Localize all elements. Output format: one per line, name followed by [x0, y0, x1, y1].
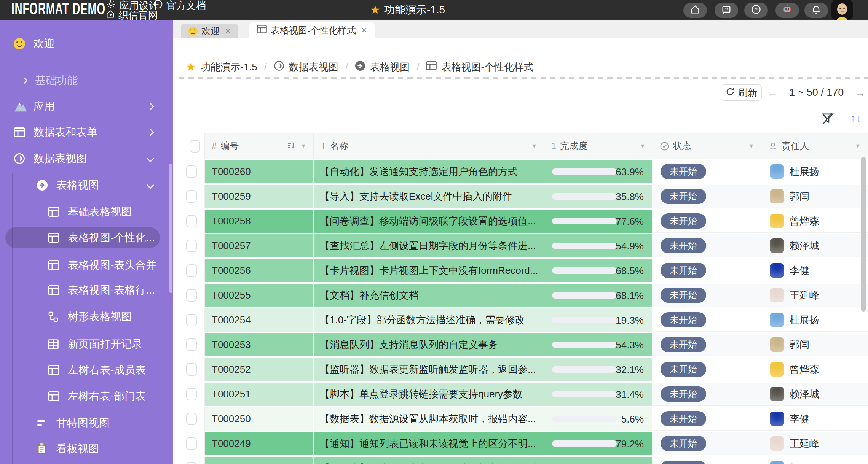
breadcrumb-separator: /: [416, 61, 419, 73]
robot-icon: [782, 4, 793, 17]
column-dropdown-icon[interactable]: ▼: [300, 143, 306, 149]
row-checkbox[interactable]: [186, 462, 197, 464]
sidebar-item-8[interactable]: 表格视图-表头合并: [0, 254, 170, 276]
tab-welcome[interactable]: 欢迎 ×: [181, 24, 238, 38]
row-checkbox[interactable]: [186, 314, 197, 326]
avatar: [770, 387, 784, 401]
topbar-link-docs[interactable]: 官方文档: [153, 0, 206, 11]
sidebar-item-7[interactable]: 表格视图-个性化...: [5, 227, 160, 248]
notifications-button[interactable]: [804, 3, 828, 18]
refresh-label: 刷新: [738, 86, 757, 99]
chevron-right-icon[interactable]: [147, 103, 154, 110]
row-checkbox[interactable]: [186, 289, 197, 302]
sidebar-item-label: 左树右表-部门表: [68, 389, 146, 404]
sidebar-item-3[interactable]: 数据表和表单: [0, 122, 170, 143]
table-row-T000252[interactable]: T000252【监听器】数据表更新监听触发监听器，返回参...32.1%未开始曾…: [178, 358, 868, 381]
table-row-T000255[interactable]: T000255【文档】补充信创文档68.1%未开始王延峰: [178, 284, 868, 307]
chevron-right-icon: [21, 78, 28, 84]
row-checkbox[interactable]: [186, 388, 197, 400]
dashed-divider: [179, 77, 868, 79]
sidebar-item-2[interactable]: 应用: [0, 96, 170, 117]
feedback-button[interactable]: ?: [715, 3, 738, 18]
table-row-T000251[interactable]: T000251【脚本】单点登录跳转链接需要支持query参数31.4%未开始赖泽…: [178, 383, 868, 406]
column-header-4[interactable]: 责任人▼: [761, 133, 868, 159]
row-checkbox-cell: [178, 210, 205, 233]
sort-desc-icon[interactable]: [287, 141, 296, 153]
sidebar-item-0[interactable]: 欢迎: [0, 33, 170, 54]
column-header-3[interactable]: 状态▼: [653, 133, 761, 159]
breadcrumb-item-table-view[interactable]: 表格视图: [355, 60, 410, 74]
row-checkbox[interactable]: [186, 437, 197, 450]
sidebar-item-13[interactable]: 左树右表-部门表: [0, 386, 170, 407]
sidebar-item-9[interactable]: 表格视图-表格行...: [0, 280, 170, 301]
tab-table-view-custom-style[interactable]: 表格视图-个性化样式 ×: [249, 22, 375, 38]
sidebar-item-4[interactable]: 数据表视图: [0, 148, 170, 169]
status-cell: 未开始: [653, 234, 761, 257]
row-checkbox[interactable]: [186, 264, 197, 277]
sidebar-item-1[interactable]: 基础功能: [0, 70, 170, 91]
column-label: 完成度: [560, 140, 587, 152]
column-header-1[interactable]: T名称▼: [314, 133, 544, 159]
close-icon[interactable]: ×: [225, 25, 231, 37]
column-header-2[interactable]: 1完成度▼: [544, 133, 653, 159]
sidebar-item-5[interactable]: 表格视图: [0, 175, 170, 196]
percent-label: 5.6%: [621, 413, 644, 425]
id-cell: T000256: [205, 259, 314, 282]
close-icon[interactable]: ×: [361, 24, 367, 36]
table-row-T000253[interactable]: T000253【消息队列】支持消息队列的自定义事务54.3%未开始郭闫: [178, 333, 868, 356]
table-row-T000249[interactable]: T000249【通知】通知列表已读和未读视觉上的区分不明...79.2%未开始王…: [178, 432, 868, 455]
assistant-button[interactable]: [775, 3, 799, 18]
user-avatar[interactable]: [831, 0, 853, 20]
sidebar-item-15[interactable]: 看板视图: [0, 438, 170, 459]
home-button[interactable]: [683, 3, 707, 18]
avatar: [770, 362, 784, 377]
help-button[interactable]: ?: [744, 3, 768, 18]
row-checkbox[interactable]: [186, 363, 197, 376]
breadcrumb-item-current[interactable]: 表格视图-个性化样式: [426, 60, 534, 74]
column-dropdown-icon[interactable]: ▼: [640, 143, 646, 149]
row-checkbox[interactable]: [186, 190, 197, 203]
sidebar-item-label: 表格视图-表格行...: [68, 283, 155, 297]
table-row-T000258[interactable]: T000258【问卷调查】移动端访问级联字段设置的选项值...77.6%未开始曾…: [178, 210, 868, 233]
sidebar-item-label: 表格视图: [56, 178, 99, 192]
table-row-T000248[interactable]: T000248【数据表】列表类型字段设置有选择框和单选框后65.9%未开始杜展扬: [178, 457, 868, 464]
breadcrumb-item-app[interactable]: ★ 功能演示-1.5: [186, 60, 257, 74]
chevron-down-icon[interactable]: [147, 155, 154, 162]
breadcrumb-item-data-views[interactable]: 数据表视图: [274, 60, 338, 74]
table-row-T000250[interactable]: T000250【数据表】数据源设置从脚本获取时，报错内容...5.6%未开始李健: [178, 407, 868, 431]
table-row-T000259[interactable]: T000259【导入】支持去读取Excel文件中插入的附件35.8%未开始郭闫: [178, 185, 868, 208]
row-checkbox[interactable]: [186, 215, 197, 227]
sidebar-item-10[interactable]: 树形表格视图: [0, 306, 170, 327]
star-icon: ★: [186, 61, 196, 73]
refresh-button[interactable]: 刷新: [721, 84, 762, 101]
table-scrollbar[interactable]: [861, 157, 866, 312]
column-dropdown-icon[interactable]: ▼: [531, 143, 537, 149]
select-all-checkbox[interactable]: [190, 140, 200, 153]
column-header-0[interactable]: #编号▼: [205, 133, 314, 159]
table-row-T000256[interactable]: T000256【卡片视图】卡片视图上下文中没有formRecord...68.5…: [178, 259, 868, 282]
chevron-down-icon[interactable]: [147, 181, 154, 189]
sidebar: 欢迎基础功能应用数据表和表单数据表视图表格视图基础表格视图表格视图-个性化...…: [0, 20, 173, 464]
table-row-T000260[interactable]: T000260【自动化】发送通知支持选定用户角色的方式63.9%未开始杜展扬: [178, 160, 868, 183]
sidebar-item-12[interactable]: 左树右表-成员表: [0, 359, 170, 381]
sidebar-item-14[interactable]: 甘特图视图: [0, 413, 170, 434]
next-page-icon[interactable]: →: [854, 86, 866, 99]
table-row-T000257[interactable]: T000257【查找汇总】左侧设置日期字段的月份等条件进...54.9%未开始赖…: [178, 234, 868, 257]
sidebar-scrollbar[interactable]: [169, 164, 172, 293]
main-content: 欢迎 × 表格视图-个性化样式 × ★ 功能演示-1.5 / 数据表视图 / 表…: [173, 20, 868, 464]
prev-page-icon[interactable]: ←: [767, 86, 779, 99]
row-checkbox[interactable]: [186, 240, 197, 252]
table-row-T000254[interactable]: T000254【1.0-字段】部分函数方法描述准确，需要修改19.3%未开始杜展…: [178, 308, 868, 332]
column-dropdown-icon[interactable]: ▼: [748, 143, 754, 149]
row-checkbox[interactable]: [186, 413, 197, 425]
status-cell: 未开始: [653, 432, 761, 455]
row-checkbox[interactable]: [186, 165, 197, 178]
clear-filter-icon[interactable]: [820, 111, 836, 126]
chevron-right-icon[interactable]: [147, 129, 154, 136]
sidebar-item-11[interactable]: 新页面打开记录: [0, 334, 170, 355]
column-dropdown-icon[interactable]: ▼: [855, 143, 861, 149]
topbar-link-website[interactable]: 织信官网: [106, 10, 158, 20]
sidebar-item-6[interactable]: 基础表格视图: [0, 201, 170, 222]
row-checkbox[interactable]: [186, 338, 197, 351]
sort-updown-icon[interactable]: ↑↓: [850, 112, 868, 126]
